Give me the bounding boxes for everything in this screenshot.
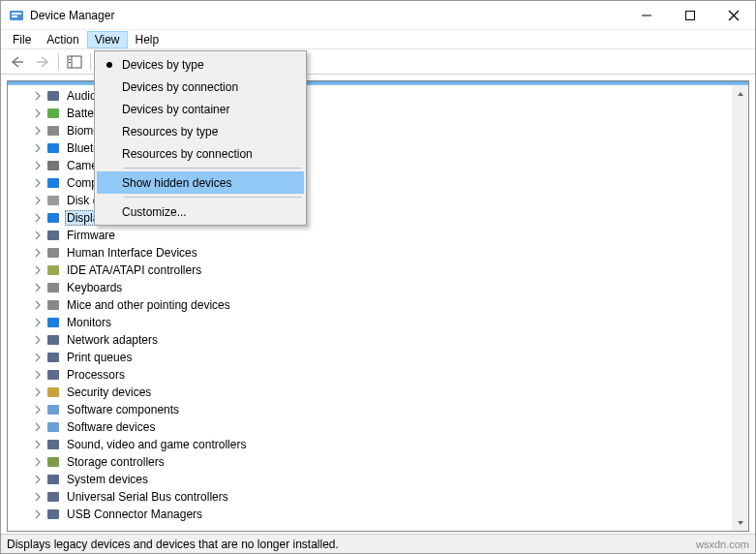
tree-item[interactable]: Processors xyxy=(14,366,748,384)
tree-item[interactable]: Security devices xyxy=(14,384,748,401)
tree-item[interactable]: USB Connector Managers xyxy=(14,506,748,523)
device-category-icon xyxy=(45,193,61,208)
menu-separator xyxy=(124,168,302,169)
chevron-right-icon[interactable] xyxy=(31,368,45,382)
chevron-right-icon[interactable] xyxy=(31,246,45,260)
menu-devices-by-container[interactable]: Devices by container xyxy=(97,98,304,120)
menu-customize[interactable]: Customize... xyxy=(97,200,304,223)
chevron-right-icon[interactable] xyxy=(31,124,45,138)
scroll-down-button[interactable] xyxy=(732,514,748,531)
chevron-right-icon[interactable] xyxy=(31,211,45,225)
watermark: wsxdn.com xyxy=(696,539,749,550)
menubar: File Action View Help xyxy=(1,30,755,49)
svg-rect-1 xyxy=(12,13,21,15)
chevron-right-icon[interactable] xyxy=(31,159,45,172)
device-category-icon xyxy=(45,245,61,261)
tree-item-label: USB Connector Managers xyxy=(65,508,204,521)
menu-show-hidden-devices[interactable]: Show hidden devices xyxy=(97,171,304,194)
tree-item-label: Mice and other pointing devices xyxy=(65,298,232,312)
device-category-icon xyxy=(45,507,61,522)
chevron-right-icon[interactable] xyxy=(31,316,45,329)
tree-item[interactable]: IDE ATA/ATAPI controllers xyxy=(14,262,748,279)
device-category-icon xyxy=(45,437,61,452)
tree-item[interactable]: Print queues xyxy=(14,349,748,366)
tree-item[interactable]: Firmware xyxy=(14,227,748,244)
minimize-button[interactable] xyxy=(624,1,668,29)
chevron-right-icon[interactable] xyxy=(31,438,45,451)
chevron-right-icon[interactable] xyxy=(31,281,45,294)
tree-item-label: Processors xyxy=(65,368,127,382)
tree-item-label: IDE ATA/ATAPI controllers xyxy=(65,263,203,277)
tree-item[interactable]: Keyboards xyxy=(14,279,748,296)
chevron-right-icon[interactable] xyxy=(31,194,45,207)
tree-item[interactable]: Software devices xyxy=(14,418,748,436)
show-console-tree-button[interactable] xyxy=(63,51,86,73)
bullet-icon xyxy=(97,62,122,68)
menu-resources-by-connection[interactable]: Resources by connection xyxy=(97,142,304,165)
tree-item-label: Storage controllers xyxy=(65,455,166,469)
window-controls xyxy=(624,1,755,29)
tree-item[interactable]: Network adapters xyxy=(14,331,748,349)
device-category-icon xyxy=(45,175,61,191)
device-category-icon xyxy=(45,402,61,417)
chevron-right-icon[interactable] xyxy=(31,298,45,312)
menu-devices-by-connection[interactable]: Devices by connection xyxy=(97,76,304,98)
chevron-right-icon[interactable] xyxy=(31,508,45,521)
device-category-icon xyxy=(45,158,61,173)
tree-item-label: Software devices xyxy=(65,420,157,434)
titlebar: Device Manager xyxy=(1,1,755,30)
chevron-right-icon[interactable] xyxy=(31,420,45,434)
menu-separator xyxy=(124,197,302,198)
device-category-icon xyxy=(45,210,61,226)
chevron-right-icon[interactable] xyxy=(31,385,45,399)
chevron-right-icon[interactable] xyxy=(31,229,45,242)
svg-rect-4 xyxy=(685,11,694,19)
chevron-right-icon[interactable] xyxy=(31,176,45,190)
tree-item[interactable]: Monitors xyxy=(14,314,748,331)
tree-item[interactable]: Human Interface Devices xyxy=(14,244,748,262)
tree-item-label: Security devices xyxy=(65,385,153,399)
menu-file[interactable]: File xyxy=(5,31,39,48)
tree-item[interactable]: Storage controllers xyxy=(14,453,748,471)
tree-item[interactable]: Software components xyxy=(14,401,748,418)
menu-help[interactable]: Help xyxy=(128,31,167,48)
svg-rect-12 xyxy=(69,62,71,63)
chevron-right-icon[interactable] xyxy=(31,473,45,486)
device-category-icon xyxy=(45,123,61,138)
menu-view[interactable]: View xyxy=(87,31,128,48)
chevron-right-icon[interactable] xyxy=(31,89,45,103)
window-title: Device Manager xyxy=(30,9,624,22)
vertical-scrollbar[interactable] xyxy=(732,85,748,531)
forward-button[interactable] xyxy=(31,51,54,73)
menu-action[interactable]: Action xyxy=(39,31,86,48)
scroll-up-button[interactable] xyxy=(732,85,748,102)
tree-item[interactable]: Mice and other pointing devices xyxy=(14,296,748,314)
chevron-right-icon[interactable] xyxy=(31,455,45,469)
menu-item-label: Resources by type xyxy=(122,125,218,138)
device-category-icon xyxy=(45,350,61,365)
chevron-right-icon[interactable] xyxy=(31,351,45,364)
menu-devices-by-type[interactable]: Devices by type xyxy=(97,53,304,76)
device-category-icon xyxy=(45,140,61,156)
view-dropdown: Devices by type Devices by connection De… xyxy=(94,50,307,226)
chevron-right-icon[interactable] xyxy=(31,263,45,277)
chevron-right-icon[interactable] xyxy=(31,333,45,347)
chevron-right-icon[interactable] xyxy=(31,141,45,155)
tree-item[interactable]: Universal Serial Bus controllers xyxy=(14,488,748,506)
device-category-icon xyxy=(45,106,61,121)
back-button[interactable] xyxy=(6,51,29,73)
close-button[interactable] xyxy=(711,1,755,29)
device-category-icon xyxy=(45,280,61,295)
tree-item-label: Keyboards xyxy=(65,281,124,294)
device-category-icon xyxy=(45,367,61,383)
menu-item-label: Customize... xyxy=(122,205,187,219)
chevron-right-icon[interactable] xyxy=(31,490,45,504)
chevron-right-icon[interactable] xyxy=(31,403,45,416)
menu-resources-by-type[interactable]: Resources by type xyxy=(97,120,304,142)
chevron-right-icon[interactable] xyxy=(31,107,45,120)
tree-item[interactable]: System devices xyxy=(14,471,748,488)
tree-item-label: Software components xyxy=(65,403,181,416)
maximize-button[interactable] xyxy=(668,1,711,29)
status-text: Displays legacy devices and devices that… xyxy=(7,538,339,551)
tree-item[interactable]: Sound, video and game controllers xyxy=(14,436,748,453)
